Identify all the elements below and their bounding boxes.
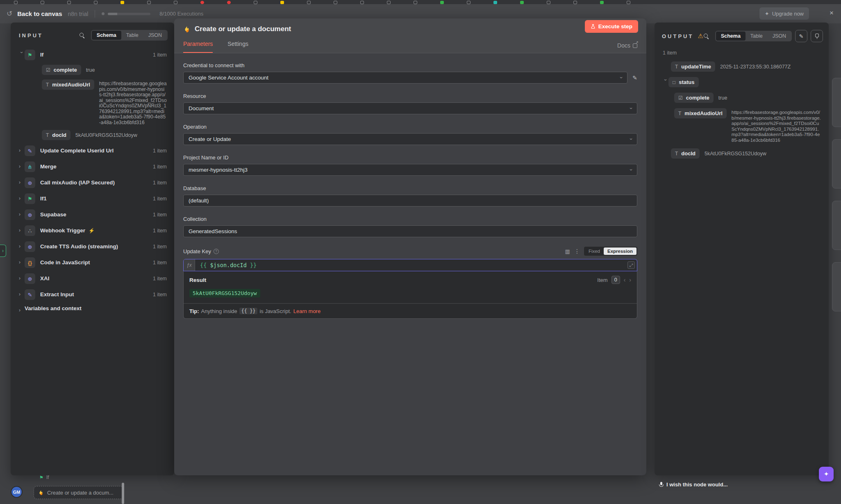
tab-schema[interactable]: Schema <box>716 32 746 41</box>
chevron-right-icon[interactable]: › <box>19 259 25 265</box>
browser-favicon[interactable] <box>307 1 311 4</box>
tab-parameters[interactable]: Parameters <box>183 41 213 53</box>
collaborator-avatar[interactable]: GM <box>11 486 23 498</box>
browser-favicon[interactable] <box>94 1 98 4</box>
toggle-fixed[interactable]: Fixed <box>585 247 604 255</box>
project-select[interactable]: mesmer-hypnosis-tt2hj3 › <box>183 164 637 176</box>
schema-node-if1[interactable]: › ⚑ If1 1 item <box>19 193 167 204</box>
schema-node-update-complete-userid-url[interactable]: › ✎ Update Complete Userid Url 1 item <box>19 145 167 156</box>
edit-credential-icon[interactable]: ✎ <box>632 75 637 81</box>
ai-assistant-button[interactable]: ✦ <box>819 467 834 481</box>
browser-favicon[interactable] <box>147 1 151 4</box>
schema-field-complete[interactable]: ☑complete true <box>19 65 167 75</box>
schema-node-supabase[interactable]: › ⊕ Supabase 1 item <box>19 209 167 220</box>
kebab-menu-icon[interactable]: ⋮ <box>574 248 580 254</box>
chevron-right-icon[interactable]: › <box>19 227 25 233</box>
chevron-right-icon[interactable]: › <box>19 243 25 249</box>
browser-favicon[interactable] <box>360 1 364 4</box>
chevron-right-icon[interactable]: › <box>19 275 25 281</box>
output-node-status[interactable]: › □status <box>663 77 821 87</box>
schema-node-variables-context[interactable]: › Variables and context <box>19 305 167 313</box>
chevron-right-icon[interactable]: › <box>19 211 25 217</box>
tab-table[interactable]: Table <box>121 31 143 40</box>
schema-node-webhook-trigger[interactable]: › ∴ Webhook Trigger ⚡ 1 item <box>19 225 167 236</box>
browser-favicon[interactable] <box>14 1 18 4</box>
browser-favicon[interactable] <box>414 1 417 4</box>
browser-favicon[interactable] <box>493 1 497 4</box>
browser-favicon[interactable] <box>600 1 604 4</box>
expression-input[interactable]: ƒx {{ $json.docId }} ⤢ <box>183 259 637 271</box>
toggle-expression[interactable]: Expression <box>604 247 636 255</box>
browser-favicon[interactable] <box>41 1 44 4</box>
chevron-right-icon[interactable]: › <box>19 148 25 153</box>
schema-node-merge[interactable]: › ⋔ Merge 1 item <box>19 161 167 172</box>
next-item-icon[interactable]: › <box>629 277 631 283</box>
browser-favicon[interactable] <box>280 1 284 4</box>
browser-favicon[interactable] <box>387 1 391 4</box>
schema-node-code-in-javascript[interactable]: › {} Code in JavaScript 1 item <box>19 257 167 268</box>
docs-link[interactable]: Docs <box>617 42 637 49</box>
browser-favicon[interactable] <box>547 1 550 4</box>
chevron-down-icon[interactable]: › <box>663 79 668 85</box>
search-icon[interactable] <box>79 32 85 39</box>
item-index-box[interactable]: 0 <box>611 276 620 284</box>
columns-icon[interactable]: ▥ <box>565 248 570 254</box>
browser-favicon[interactable] <box>200 1 204 4</box>
chevron-right-icon[interactable]: › <box>19 307 25 313</box>
browser-favicon[interactable] <box>467 1 471 4</box>
chevron-right-icon[interactable]: › <box>19 291 25 297</box>
schema-field-mixedaudiourl[interactable]: TmixedAudioUrl https://firebasestorage.g… <box>19 79 167 125</box>
expand-expression-icon[interactable]: ⤢ <box>627 261 635 269</box>
tab-schema[interactable]: Schema <box>92 31 121 40</box>
help-icon[interactable]: ? <box>214 249 219 254</box>
database-input[interactable]: (default) <box>183 195 637 207</box>
browser-favicon[interactable] <box>227 1 231 4</box>
canvas-node-chip[interactable]: Create or update a docum... <box>34 486 123 499</box>
search-icon[interactable] <box>703 33 709 39</box>
browser-favicon[interactable] <box>334 1 337 4</box>
collection-input[interactable]: GeneratedSessions <box>183 225 637 237</box>
operation-select[interactable]: Create or Update › <box>183 133 637 145</box>
resource-select[interactable]: Document › <box>183 102 637 114</box>
back-arrow-icon[interactable]: ↺ <box>7 9 12 18</box>
schema-node-xai[interactable]: › ⊕ XAI 1 item <box>19 273 167 284</box>
schema-node-extract-input[interactable]: › ✎ Extract Input 1 item <box>19 289 167 300</box>
prev-item-icon[interactable]: ‹ <box>624 277 626 283</box>
output-field-mixedaudiourl[interactable]: TmixedAudioUrl https://firebasestorage.g… <box>663 108 821 143</box>
expand-sidebar-tab[interactable]: › <box>0 245 6 257</box>
browser-favicon[interactable] <box>174 1 177 4</box>
browser-favicon[interactable] <box>520 1 524 4</box>
back-to-canvas-button[interactable]: Back to canvas <box>17 10 62 17</box>
close-icon[interactable]: × <box>830 9 834 17</box>
pin-data-button[interactable] <box>811 30 823 42</box>
output-field-docid[interactable]: TdocId 5kAtU0FkRGSG152Udoyw <box>663 148 821 159</box>
tab-table[interactable]: Table <box>746 32 768 41</box>
browser-favicon[interactable] <box>67 1 71 4</box>
canvas-scrollbar[interactable] <box>122 483 124 504</box>
execute-step-button[interactable]: Execute step <box>585 20 638 33</box>
chevron-right-icon[interactable]: › <box>19 179 25 185</box>
chevron-down-icon[interactable]: › <box>19 52 25 57</box>
browser-favicon[interactable] <box>254 1 257 4</box>
edit-output-button[interactable]: ✎ <box>795 30 807 42</box>
tab-json[interactable]: JSON <box>143 31 167 40</box>
node-feedback-prompt[interactable]: I wish this node would... <box>659 481 728 488</box>
tab-settings[interactable]: Settings <box>227 41 248 53</box>
schema-node-if[interactable]: › ⚑ If 1 item <box>19 50 167 60</box>
output-field-complete[interactable]: ☑complete true <box>663 93 821 103</box>
schema-node-call-mixaudio[interactable]: › ⊕ Call mixAudio (IAP Secured) 1 item <box>19 177 167 188</box>
credential-select[interactable]: Google Service Account account › <box>183 72 627 84</box>
schema-field-docid[interactable]: TdocId 5kAtU0FkRGSG152Udoyw <box>19 130 167 140</box>
browser-favicon[interactable] <box>627 1 630 4</box>
tab-json[interactable]: JSON <box>768 32 791 41</box>
schema-node-create-tts-audio[interactable]: › ⊕ Create TTS Audio (streaming) 1 item <box>19 241 167 252</box>
browser-favicon[interactable] <box>120 1 124 4</box>
chevron-right-icon[interactable]: › <box>19 163 25 169</box>
chevron-right-icon[interactable]: › <box>19 195 25 201</box>
browser-favicon[interactable] <box>440 1 444 4</box>
output-field-updatetime[interactable]: TupdateTime 2025-11-23T23:55:30.186077Z <box>663 61 821 72</box>
upgrade-now-button[interactable]: ✦ Upgrade now <box>759 7 809 20</box>
learn-more-link[interactable]: Learn more <box>293 308 320 314</box>
browser-favicon[interactable] <box>573 1 577 4</box>
canvas-node-if-ghost[interactable]: ⚑ If <box>39 474 49 480</box>
